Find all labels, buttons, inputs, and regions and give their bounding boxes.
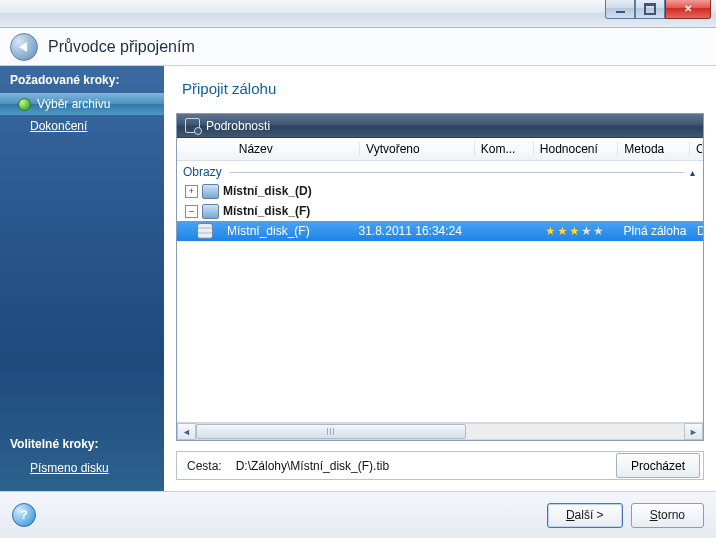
details-panel: Podrobnosti Název Vytvořeno Kom... Hodno…	[176, 113, 704, 441]
collapse-icon[interactable]: ▴	[690, 167, 695, 178]
details-header: Podrobnosti	[177, 114, 703, 138]
scroll-thumb[interactable]	[196, 424, 466, 439]
sidebar: Požadované kroky: Výběr archivu Dokončen…	[0, 66, 164, 491]
page-title: Připojit zálohu	[164, 66, 716, 105]
group-header-images[interactable]: Obrazy ▴	[177, 161, 703, 181]
browse-button[interactable]: Procházet	[616, 453, 700, 478]
grid-body: Obrazy ▴ + Místní_disk_(D) – Mí	[177, 161, 703, 422]
required-steps-title: Požadované kroky:	[0, 66, 164, 93]
cell-method: Plná záloha	[618, 224, 691, 238]
disk-icon	[202, 204, 219, 219]
wizard-window: ✕ Průvodce připojením Požadované kroky: …	[0, 0, 716, 538]
row-indent	[177, 223, 221, 239]
star-icon: ★	[545, 224, 556, 238]
sidebar-item-label: Dokončení	[30, 119, 87, 133]
cell-name: Místní_disk_(F)	[221, 224, 353, 238]
tree-node-label: Místní_disk_(D)	[223, 184, 312, 198]
cell-path: D:\Zálo	[691, 224, 703, 238]
expand-toggle[interactable]: +	[185, 185, 198, 198]
scroll-right-button[interactable]: ►	[684, 423, 703, 440]
sidebar-item-label: Výběr archivu	[37, 97, 110, 111]
access-key: D	[566, 508, 575, 522]
details-icon	[185, 118, 200, 133]
step-bullet-icon	[18, 98, 31, 111]
backup-icon	[197, 223, 213, 239]
path-row: Cesta: Procházet	[176, 451, 704, 480]
group-label: Obrazy	[183, 165, 222, 179]
header: Průvodce připojením	[0, 28, 716, 66]
wizard-title: Průvodce připojením	[48, 38, 195, 56]
browse-label: Procházet	[631, 459, 685, 473]
sidebar-item-drive-letter[interactable]: Písmeno disku	[0, 457, 164, 479]
horizontal-scrollbar[interactable]: ◄ ►	[177, 422, 703, 440]
next-button[interactable]: Další >	[547, 503, 623, 528]
star-icon: ★	[593, 224, 604, 238]
close-button[interactable]: ✕	[665, 0, 711, 19]
col-created[interactable]: Vytvořeno	[360, 142, 475, 156]
cancel-label: torno	[658, 508, 685, 522]
archive-grid: Název Vytvořeno Kom... Hodnocení Metoda …	[177, 138, 703, 440]
sidebar-item-finish[interactable]: Dokončení	[0, 115, 164, 137]
window-controls: ✕	[605, 0, 711, 19]
backup-row-selected[interactable]: Místní_disk_(F) 31.8.2011 16:34:24 ★ ★ ★…	[177, 221, 703, 241]
details-title: Podrobnosti	[206, 119, 270, 133]
footer: ? Další > Storno	[0, 491, 716, 538]
star-icon: ★	[557, 224, 568, 238]
cancel-button[interactable]: Storno	[631, 503, 704, 528]
cell-created: 31.8.2011 16:34:24	[353, 224, 471, 238]
cell-rating[interactable]: ★ ★ ★ ★ ★	[531, 224, 618, 238]
help-button[interactable]: ?	[12, 503, 36, 527]
expand-toggle[interactable]: –	[185, 205, 198, 218]
sidebar-item-label: Písmeno disku	[30, 461, 109, 475]
minimize-button[interactable]	[605, 0, 635, 19]
path-label: Cesta:	[177, 459, 232, 473]
column-headers: Název Vytvořeno Kom... Hodnocení Metoda …	[177, 138, 703, 161]
titlebar: ✕	[0, 0, 716, 28]
sidebar-item-select-archive[interactable]: Výběr archivu	[0, 93, 164, 115]
main-panel: Připojit zálohu Podrobnosti Název Vytvoř…	[164, 66, 716, 491]
back-button[interactable]	[10, 33, 38, 61]
col-path[interactable]: Cesta	[690, 142, 703, 156]
next-label: alší >	[575, 508, 604, 522]
tree-node-disk-d[interactable]: + Místní_disk_(D)	[177, 181, 703, 201]
tree-node-disk-f[interactable]: – Místní_disk_(F)	[177, 201, 703, 221]
maximize-button[interactable]	[635, 0, 665, 19]
col-method[interactable]: Metoda	[618, 142, 690, 156]
access-key: S	[650, 508, 658, 522]
col-rating[interactable]: Hodnocení	[534, 142, 618, 156]
body: Požadované kroky: Výběr archivu Dokončen…	[0, 66, 716, 491]
star-icon: ★	[581, 224, 592, 238]
star-icon: ★	[569, 224, 580, 238]
disk-icon	[202, 184, 219, 199]
col-name[interactable]: Název	[233, 142, 360, 156]
path-input[interactable]	[232, 455, 610, 477]
scroll-left-button[interactable]: ◄	[177, 423, 196, 440]
optional-steps-title: Volitelné kroky:	[0, 430, 164, 457]
group-line	[230, 172, 684, 173]
col-comment[interactable]: Kom...	[475, 142, 534, 156]
scroll-track[interactable]	[196, 423, 684, 440]
tree-node-label: Místní_disk_(F)	[223, 204, 310, 218]
